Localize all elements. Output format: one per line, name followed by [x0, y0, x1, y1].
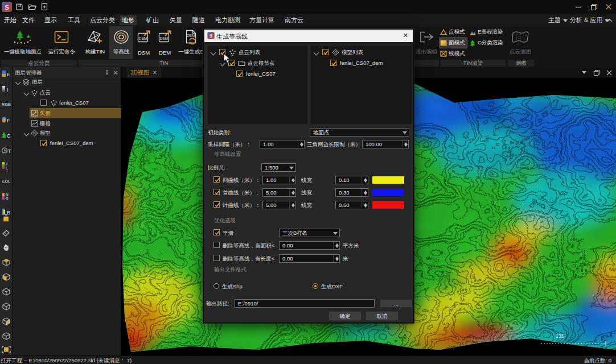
menu-tab-terrain[interactable]: 地形: [120, 15, 137, 25]
generate-dem-button[interactable]: DEM 一键生成D: [176, 26, 206, 59]
erase-tool-button[interactable]: [0, 226, 13, 239]
index-interval-spinner[interactable]: 5.00: [262, 201, 296, 209]
layer-row-model[interactable]: 模型: [13, 128, 121, 138]
layer-row-raster[interactable]: 栅格: [13, 118, 121, 129]
expander-icon[interactable]: [211, 50, 216, 56]
edl-view-button[interactable]: EDL: [0, 175, 13, 187]
class-view-button[interactable]: C: [0, 129, 13, 141]
output-path-input[interactable]: E:/0910/: [235, 299, 375, 308]
primary-width-spinner[interactable]: 0.30: [335, 188, 368, 197]
menu-tab-power[interactable]: 电力勘测: [213, 15, 243, 25]
cancel-button[interactable]: 取消: [366, 311, 399, 321]
layer-checkbox-checked[interactable]: [40, 140, 47, 146]
index-color-swatch[interactable]: [372, 201, 405, 209]
primary-contour-checkbox[interactable]: [213, 189, 220, 195]
layer-row-fenlei-cs07-dem[interactable]: fenlei_CS07_dem: [13, 138, 121, 148]
intensity-view-button[interactable]: I: [0, 82, 13, 95]
face-mode-button[interactable]: 面模式: [440, 38, 467, 48]
intermediate-contour-checkbox[interactable]: [213, 176, 220, 183]
delete-by-area-checkbox[interactable]: [213, 242, 220, 248]
primary-color-swatch[interactable]: [372, 188, 405, 197]
init-class-combobox[interactable]: 地面点: [310, 128, 409, 136]
spinner-arrows-icon[interactable]: [333, 242, 339, 249]
classify-render-button[interactable]: C分类渲染: [469, 38, 502, 48]
tree-checkbox[interactable]: [330, 60, 336, 66]
view-back-button[interactable]: [0, 286, 13, 298]
menu-tab-display[interactable]: 显示: [42, 15, 59, 25]
delete-length-spinner[interactable]: 0.00: [279, 254, 340, 263]
layer-row-root[interactable]: 图层: [13, 77, 121, 87]
line-mode-button[interactable]: 线模式: [440, 49, 467, 59]
expander-icon[interactable]: [24, 131, 30, 136]
view-top-button[interactable]: [0, 256, 13, 268]
extract-ground-button[interactable]: 一键提取地面点: [3, 26, 42, 59]
index-contour-checkbox[interactable]: [213, 201, 220, 208]
collapse-ribbon-icon[interactable]: [607, 18, 613, 23]
tab-list-dropdown-icon[interactable]: [582, 69, 586, 75]
menu-tab-volume[interactable]: 方量计算: [247, 15, 277, 25]
intermediate-color-swatch[interactable]: [372, 176, 405, 184]
spinner-arrows-icon[interactable]: [298, 140, 303, 148]
zoom-extent-button[interactable]: [0, 343, 13, 355]
expander-icon[interactable]: [24, 90, 30, 96]
open-folder-icon[interactable]: [28, 3, 36, 11]
tri-edge-spinner[interactable]: 100.00: [362, 140, 409, 148]
close-button[interactable]: [603, 2, 614, 11]
smooth-method-combobox[interactable]: 三次B样条: [279, 229, 340, 237]
spinner-arrows-icon[interactable]: [362, 176, 367, 184]
browse-button[interactable]: ...: [380, 299, 413, 308]
index-width-spinner[interactable]: 0.50: [335, 201, 368, 209]
expander-icon[interactable]: [314, 50, 319, 56]
view-iso-button[interactable]: [0, 330, 13, 342]
smooth-checkbox[interactable]: [213, 229, 220, 235]
shp-radio[interactable]: [213, 283, 219, 289]
analysis-menu[interactable]: 分析 & 应用: [570, 16, 609, 24]
point-mode-button[interactable]: 点模式: [440, 27, 467, 37]
dialog-close-icon[interactable]: ✕: [403, 32, 408, 39]
minimize-button[interactable]: [573, 2, 584, 11]
pointcloud-mapping-button[interactable]: 点云测图: [507, 26, 534, 59]
layer-row-vector[interactable]: 矢量: [13, 108, 121, 118]
save-icon[interactable]: [15, 3, 23, 11]
ok-button[interactable]: 确定: [328, 311, 362, 321]
rgb-view-button[interactable]: RGB: [0, 98, 13, 110]
tab-3d-view[interactable]: 3D视图 ✕: [126, 67, 161, 78]
tab-close-icon[interactable]: ✕: [153, 69, 157, 76]
pin-icon[interactable]: [104, 70, 110, 76]
intermediate-width-spinner[interactable]: 0.10: [335, 176, 368, 184]
build-tin-button[interactable]: 构建TIN: [81, 26, 109, 59]
panel-close-icon[interactable]: [113, 70, 118, 76]
elevation-render-button[interactable]: E高程渲染: [469, 27, 502, 37]
nr-view-button[interactable]: NR: [0, 190, 13, 202]
spinner-arrows-icon[interactable]: [362, 201, 367, 209]
tree-checkbox[interactable]: [236, 71, 243, 77]
new-file-icon[interactable]: [40, 3, 48, 11]
menu-tab-cloud[interactable]: 南方云: [282, 15, 306, 25]
theme-menu[interactable]: 主题: [548, 16, 568, 24]
pick-point-button[interactable]: [0, 212, 13, 224]
menu-tab-tunnel[interactable]: 隧道: [190, 15, 207, 25]
contour-button[interactable]: 等高线: [109, 26, 133, 59]
restore-button[interactable]: [588, 2, 599, 11]
view-front-button[interactable]: [0, 271, 13, 283]
exit-edit-button[interactable]: 退出编辑: [414, 26, 439, 59]
dsm-button[interactable]: DSM DSM: [134, 26, 153, 59]
view-left-button[interactable]: [0, 300, 13, 313]
layer-row-pointcloud[interactable]: 点云: [13, 88, 121, 98]
run-macro-button[interactable]: 运行宏命令: [44, 26, 79, 59]
layer-checkbox-unchecked[interactable]: [40, 100, 47, 106]
spinner-arrows-icon[interactable]: [289, 201, 295, 209]
float-panel-icon[interactable]: [593, 69, 600, 76]
intermediate-interval-spinner[interactable]: 1.00: [262, 176, 296, 184]
tree-checkbox[interactable]: [322, 49, 328, 55]
menu-tab-file[interactable]: 文件: [20, 15, 37, 25]
menu-tab-start[interactable]: 开始: [2, 15, 19, 25]
delete-by-length-checkbox[interactable]: [213, 255, 220, 261]
sample-interval-spinner[interactable]: 1.00: [260, 140, 305, 148]
view-right-button[interactable]: [0, 315, 13, 328]
layer-row-fenlei-cs07[interactable]: fenlei_CS07: [13, 98, 121, 108]
primary-interval-spinner[interactable]: 5.00: [262, 188, 296, 197]
dxf-radio[interactable]: [313, 283, 318, 289]
time-view-button[interactable]: T: [0, 144, 13, 156]
spinner-arrows-icon[interactable]: [362, 189, 367, 196]
